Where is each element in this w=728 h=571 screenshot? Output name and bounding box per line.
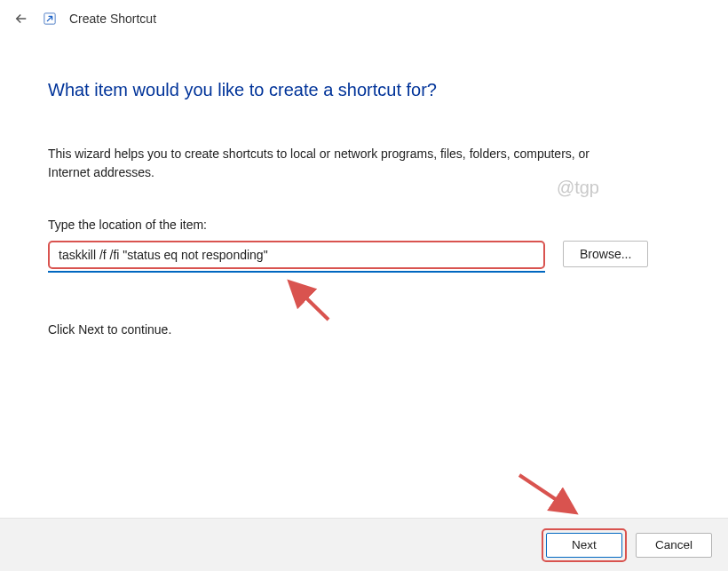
- input-focus-underline: [48, 271, 545, 273]
- next-button-highlight: Next: [542, 528, 627, 562]
- page-heading: What item would you like to create a sho…: [48, 80, 680, 100]
- back-arrow-icon[interactable]: [12, 10, 30, 28]
- svg-line-2: [519, 475, 573, 511]
- annotation-arrow-next: [510, 468, 590, 521]
- browse-button[interactable]: Browse...: [563, 241, 648, 267]
- cancel-button[interactable]: Cancel: [636, 533, 712, 558]
- wizard-footer: Next Cancel: [0, 518, 728, 571]
- location-input[interactable]: [48, 241, 545, 269]
- titlebar: Create Shortcut: [0, 0, 728, 34]
- continue-instruction: Click Next to continue.: [48, 322, 680, 337]
- location-input-wrap: [48, 241, 545, 269]
- wizard-content: What item would you like to create a sho…: [0, 34, 728, 337]
- window-title: Create Shortcut: [69, 12, 156, 26]
- location-row: Browse...: [48, 241, 680, 269]
- next-button[interactable]: Next: [546, 533, 622, 558]
- wizard-description: This wizard helps you to create shortcut…: [48, 145, 634, 182]
- shortcut-icon: [43, 12, 57, 26]
- location-label: Type the location of the item:: [48, 218, 680, 232]
